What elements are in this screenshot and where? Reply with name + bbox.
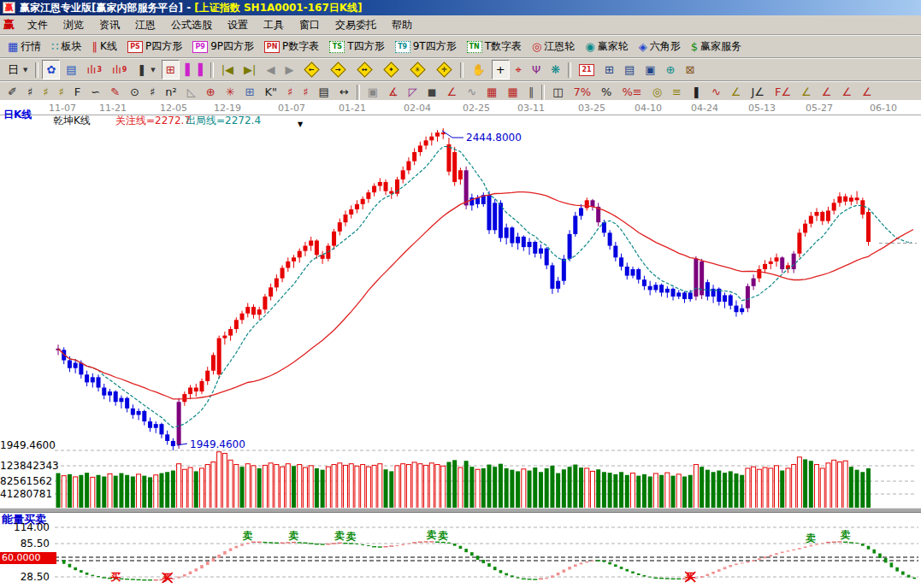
p-number-button[interactable]: PNP数字表 <box>260 37 323 56</box>
candle <box>792 254 796 269</box>
calendar-icon[interactable]: 21 <box>575 60 599 79</box>
red-grid-icon: ▦ <box>487 86 497 98</box>
candle <box>769 262 773 264</box>
p9-square-button[interactable]: P99P四方形 <box>188 37 258 56</box>
energy-bar <box>212 558 215 562</box>
dropdown-caret-icon[interactable]: ▼ <box>298 121 303 128</box>
save-icon[interactable]: ▣ <box>641 60 659 79</box>
candle <box>562 259 566 281</box>
candle <box>734 306 738 313</box>
energy-dash <box>378 546 382 547</box>
draw-pen-icon: ✐ <box>8 86 17 98</box>
chart-area[interactable]: 11-0711-2112-0512-1901-0701-2102-0402-25… <box>0 100 921 588</box>
sectors-button: ∷ <box>51 41 58 53</box>
shen-angle-icon: ∠ <box>822 86 832 98</box>
web-box-icon: ⊞ <box>245 86 255 98</box>
calculator-icon[interactable]: ⊞ <box>600 60 618 79</box>
notebook-icon: ▤ <box>624 64 635 76</box>
notebook-icon[interactable]: ▤ <box>620 60 639 79</box>
volume-bar <box>435 465 440 509</box>
zoom-h-diamond-icon[interactable]: ↔ <box>352 60 377 79</box>
menu-item[interactable]: 帮助 <box>384 17 420 32</box>
zoom-right-diamond-icon[interactable]: → <box>326 60 351 79</box>
menu-item[interactable]: 公式选股 <box>163 17 220 32</box>
volume-bar <box>550 466 554 509</box>
trade-icon: ⊠ <box>685 64 694 76</box>
three-bars-icon[interactable]: ılı3 <box>83 60 106 79</box>
jump-first-icon[interactable]: |◀ <box>217 60 238 79</box>
menu-item[interactable]: 窗口 <box>292 17 328 32</box>
sectors-button[interactable]: ∷板块 <box>47 37 86 56</box>
energy-bar <box>804 546 807 548</box>
energy-dash <box>843 542 847 543</box>
ai-net-icon[interactable]: ❋ <box>546 60 564 79</box>
matrix-icon[interactable]: ⊞ <box>162 60 180 79</box>
menu-item[interactable]: 浏览 <box>56 17 92 32</box>
menu-item[interactable]: 设置 <box>220 17 256 32</box>
compress-diamond-icon[interactable]: ✳ <box>405 60 430 79</box>
crosshair-tool-icon[interactable]: + <box>492 60 510 79</box>
chart-canvas[interactable]: 11-0711-2112-0512-1901-0701-2102-0402-25… <box>0 100 921 588</box>
winner-wheel-button[interactable]: ◉赢家轮 <box>581 37 632 56</box>
volume-bar <box>740 475 744 509</box>
winner-service-button[interactable]: $赢家服务 <box>687 37 746 56</box>
menu-item[interactable]: 资讯 <box>92 17 127 32</box>
p-square-button-label: P四方形 <box>145 39 182 54</box>
candle-style-button[interactable]: ❚▼ <box>133 60 159 79</box>
hexagon-button[interactable]: ◈六角形 <box>635 37 685 56</box>
color-histogram-icon[interactable]: ▌▐ <box>181 60 207 79</box>
chip-dist-icon[interactable]: Ψ <box>528 60 545 79</box>
candle <box>74 363 78 368</box>
volume-bar <box>665 473 670 509</box>
volume-bar <box>441 466 446 509</box>
t-square-button[interactable]: TST四方形 <box>325 37 388 56</box>
volume-bar <box>780 471 784 509</box>
jump-last-icon[interactable]: ▶| <box>239 60 260 79</box>
network-icon[interactable]: ⊕ <box>662 60 680 79</box>
hand-tool-icon[interactable]: ✋ <box>467 60 489 79</box>
mdi-child-icon[interactable]: 赢 <box>0 17 20 32</box>
volume-bar <box>706 470 710 509</box>
menu-item[interactable]: 江恩 <box>127 17 163 32</box>
menu-item[interactable]: 交易委托 <box>328 17 384 32</box>
volume-bar <box>809 461 813 509</box>
period-selector-button[interactable]: 日▼ <box>3 60 32 79</box>
p-square-button[interactable]: PSP四方形 <box>123 37 186 56</box>
t-square-button-icon: TS <box>329 41 345 53</box>
t9-square-button[interactable]: T99T四方形 <box>391 37 461 56</box>
date-tick-label: 02-25 <box>463 103 490 114</box>
pane-splitter[interactable] <box>0 508 921 513</box>
kline-button[interactable]: ‖K线 <box>88 37 121 56</box>
pan-left-icon: ◀ <box>266 64 275 76</box>
n2-grid-icon: n² <box>165 86 176 98</box>
quotes-button[interactable]: ▦行情 <box>3 37 45 56</box>
menu-item[interactable]: 文件 <box>20 17 56 32</box>
t-number-button[interactable]: TNT数字表 <box>463 37 526 56</box>
zoom-left-diamond-icon[interactable]: ← <box>299 60 324 79</box>
hand-tool-icon: ✋ <box>471 64 485 76</box>
full-view-diamond-icon[interactable]: ✛ <box>432 60 457 79</box>
chip-overlay-icon: ✿ <box>46 64 56 76</box>
winner-wheel-button-label: 赢家轮 <box>598 39 629 54</box>
pan-right-icon[interactable]: ▶ <box>280 60 298 79</box>
gann-wheel-button[interactable]: ◎江恩轮 <box>528 37 579 56</box>
energy-bar <box>717 569 721 572</box>
candle <box>826 210 830 220</box>
measure-tool-icon[interactable]: ⌖ <box>511 60 526 79</box>
three-bars-icon: ılı <box>87 64 97 76</box>
candle <box>694 259 698 297</box>
pan-left-icon[interactable]: ◀ <box>262 60 279 79</box>
energy-bar <box>890 562 894 567</box>
volume-bar <box>487 465 492 509</box>
trade-icon[interactable]: ⊠ <box>681 60 699 79</box>
nine-bars-icon[interactable]: ılı9 <box>108 60 131 79</box>
energy-bar <box>637 573 641 575</box>
energy-dash <box>344 543 348 544</box>
info-panel-icon[interactable]: ▤ <box>62 60 80 79</box>
candle <box>194 388 198 392</box>
expand-diamond-icon[interactable]: ✦ <box>379 60 404 79</box>
ma-fast-line <box>58 147 912 428</box>
volume-bar <box>395 466 399 509</box>
menu-item[interactable]: 工具 <box>256 17 292 32</box>
chip-overlay-icon[interactable]: ✿ <box>42 60 60 79</box>
